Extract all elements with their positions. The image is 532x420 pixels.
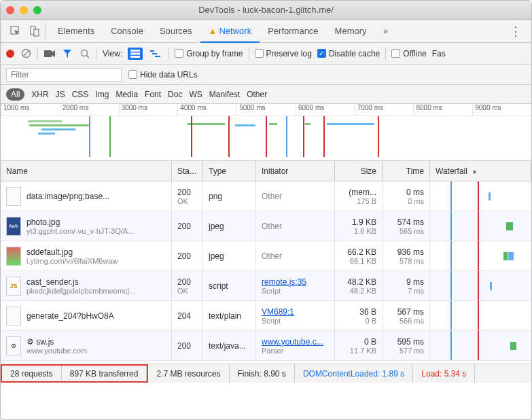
disable-cache-checkbox[interactable]: ✓Disable cache bbox=[317, 49, 380, 58]
table-row[interactable]: data:image/png;base...200OKpngOther(mem.… bbox=[1, 181, 531, 211]
type-font[interactable]: Font bbox=[145, 90, 161, 99]
tab-performance[interactable]: Performance bbox=[260, 20, 326, 43]
svg-rect-13 bbox=[155, 56, 160, 57]
table-row[interactable]: ⚙⚙ sw.jswww.youtube.com200text/java...ww… bbox=[1, 331, 531, 361]
timeline-tick: 8000 ms bbox=[413, 104, 472, 116]
table-row[interactable]: sddefault.jpgi.ytimg.com/vi/6lfaiXM6waw2… bbox=[1, 241, 531, 271]
svg-line-7 bbox=[87, 55, 90, 58]
svg-rect-12 bbox=[152, 53, 157, 54]
tab-console[interactable]: Console bbox=[103, 20, 152, 43]
filter-input[interactable] bbox=[6, 68, 122, 82]
type-css[interactable]: CSS bbox=[72, 90, 89, 99]
timeline-ruler: 1000 ms2000 ms3000 ms4000 ms5000 ms6000 … bbox=[1, 104, 531, 116]
filter-bar: Hide data URLs bbox=[1, 65, 531, 85]
large-rows-icon[interactable] bbox=[128, 48, 143, 60]
titlebar: DevTools - luck-bacon-1.glitch.me/ bbox=[1, 1, 531, 20]
status-load: Load: 5.34 s bbox=[413, 364, 475, 383]
col-status[interactable]: Sta... bbox=[172, 161, 203, 181]
timeline-tick: 3000 ms bbox=[119, 104, 178, 116]
tab-memory[interactable]: Memory bbox=[327, 20, 375, 43]
tab-network[interactable]: ▲Network bbox=[200, 20, 260, 43]
type-xhr[interactable]: XHR bbox=[31, 90, 48, 99]
settings-menu-icon[interactable]: ⋮ bbox=[506, 24, 526, 39]
record-icon[interactable] bbox=[6, 50, 14, 58]
request-table: data:image/png;base...200OKpngOther(mem.… bbox=[1, 181, 531, 364]
devtools-window: DevTools - luck-bacon-1.glitch.me/ Eleme… bbox=[0, 0, 532, 420]
throttling-label[interactable]: Fas bbox=[432, 49, 446, 58]
timeline-tick: 5000 ms bbox=[236, 104, 296, 116]
type-js[interactable]: JS bbox=[56, 90, 65, 99]
table-header: Name Sta... Type Initiator Size Time Wat… bbox=[1, 161, 531, 181]
table-row[interactable]: generate_204?bHwO8A204text/plainVM689:1S… bbox=[1, 301, 531, 331]
table-row[interactable]: Aa/bphoto.jpgyt3.ggpht.com/-vu_v-hJT-3Q/… bbox=[1, 211, 531, 241]
warning-icon: ▲ bbox=[209, 26, 217, 36]
type-all[interactable]: All bbox=[6, 88, 24, 101]
col-name[interactable]: Name bbox=[1, 161, 172, 181]
timeline-tick: 7000 ms bbox=[355, 104, 414, 116]
window-title: DevTools - luck-bacon-1.glitch.me/ bbox=[1, 5, 531, 15]
status-resources: 2.7 MB resources bbox=[148, 364, 229, 383]
type-img[interactable]: Img bbox=[95, 90, 109, 99]
timeline-tick: 9000 ms bbox=[472, 104, 531, 116]
panel-tabs: ElementsConsoleSources▲NetworkPerformanc… bbox=[1, 20, 531, 43]
network-toolbar: View: Group by frame Preserve log ✓Disab… bbox=[1, 43, 531, 65]
type-ws[interactable]: WS bbox=[189, 90, 202, 99]
hide-data-urls-checkbox[interactable]: Hide data URLs bbox=[128, 70, 198, 80]
tab-elements[interactable]: Elements bbox=[50, 20, 103, 43]
col-type[interactable]: Type bbox=[203, 161, 256, 181]
col-size[interactable]: Size bbox=[335, 161, 383, 181]
svg-point-6 bbox=[82, 50, 88, 56]
type-doc[interactable]: Doc bbox=[168, 90, 182, 99]
filter-icon[interactable] bbox=[61, 48, 73, 60]
timeline-tick: 6000 ms bbox=[296, 104, 355, 116]
timeline-tick: 4000 ms bbox=[177, 104, 236, 116]
offline-checkbox[interactable]: Offline bbox=[391, 49, 426, 58]
timeline-tick: 2000 ms bbox=[60, 104, 119, 116]
status-bar: 28 requests 897 KB transferred 2.7 MB re… bbox=[1, 364, 531, 383]
svg-rect-8 bbox=[130, 50, 140, 52]
svg-line-4 bbox=[23, 50, 29, 56]
col-initiator[interactable]: Initiator bbox=[256, 161, 335, 181]
timeline-tick: 1000 ms bbox=[1, 104, 60, 116]
group-by-frame-checkbox[interactable]: Group by frame bbox=[175, 49, 243, 58]
view-label: View: bbox=[103, 49, 122, 58]
type-manifest[interactable]: Manifest bbox=[209, 90, 240, 99]
timeline-body bbox=[1, 116, 531, 158]
device-icon[interactable] bbox=[26, 22, 46, 40]
more-tabs-icon[interactable]: » bbox=[376, 22, 395, 40]
tabs-host: ElementsConsoleSources▲NetworkPerformanc… bbox=[50, 20, 375, 43]
tab-sources[interactable]: Sources bbox=[152, 20, 200, 43]
svg-rect-11 bbox=[150, 50, 154, 52]
status-finish: Finish: 8.90 s bbox=[230, 364, 295, 383]
status-transferred: 897 KB transferred bbox=[62, 366, 147, 381]
highlight-box: 28 requests 897 KB transferred bbox=[1, 364, 148, 383]
clear-icon[interactable] bbox=[20, 48, 32, 60]
search-icon[interactable] bbox=[79, 48, 91, 60]
timeline-overview[interactable]: 1000 ms2000 ms3000 ms4000 ms5000 ms6000 … bbox=[1, 104, 531, 161]
svg-rect-9 bbox=[130, 52, 140, 54]
type-filter-bar: AllXHRJSCSSImgMediaFontDocWSManifestOthe… bbox=[1, 85, 531, 104]
status-requests: 28 requests bbox=[2, 366, 62, 381]
status-dcl: DOMContentLoaded: 1.89 s bbox=[295, 364, 413, 383]
preserve-log-checkbox[interactable]: Preserve log bbox=[255, 49, 312, 58]
svg-rect-2 bbox=[34, 29, 39, 36]
svg-rect-10 bbox=[130, 56, 140, 58]
type-media[interactable]: Media bbox=[116, 90, 138, 99]
col-waterfall[interactable]: Waterfall▲ bbox=[430, 161, 531, 181]
sort-asc-icon: ▲ bbox=[472, 168, 478, 175]
type-other[interactable]: Other bbox=[247, 90, 267, 99]
waterfall-view-icon[interactable] bbox=[148, 48, 163, 60]
svg-rect-5 bbox=[44, 50, 52, 57]
col-time[interactable]: Time bbox=[383, 161, 430, 181]
table-row[interactable]: JScast_sender.jspkedcjkdefgpdelpbcmbmeom… bbox=[1, 271, 531, 301]
inspect-icon[interactable] bbox=[6, 22, 25, 40]
camera-icon[interactable] bbox=[43, 48, 56, 60]
